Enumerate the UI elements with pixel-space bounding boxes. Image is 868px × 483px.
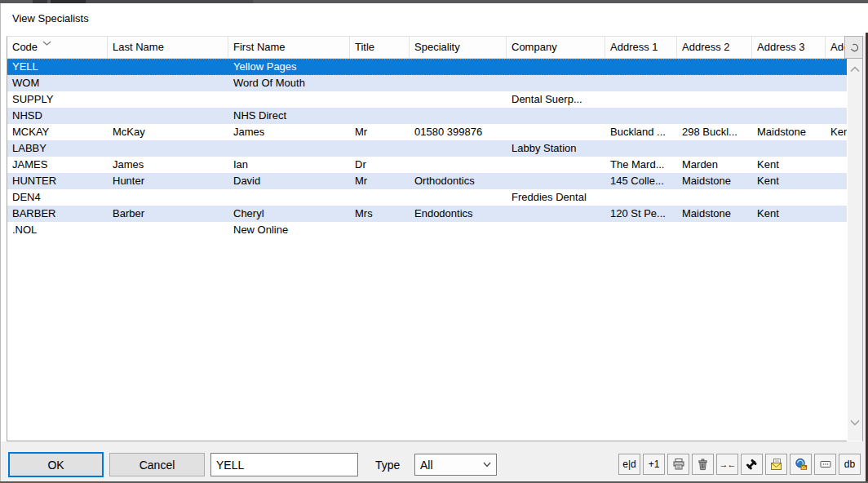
table-cell: Dental Suerp... [507, 91, 605, 108]
table-cell [507, 222, 605, 238]
ok-button[interactable]: OK [8, 452, 104, 477]
title-bar: View Specialists [1, 3, 867, 36]
table-cell: LABBY [7, 140, 108, 157]
table-cell [677, 59, 752, 75]
table-cell: David [228, 173, 350, 189]
table-cell: .NOL [7, 222, 108, 238]
table-row[interactable]: SUPPLYDental Suerp... [7, 91, 847, 108]
table-cell [350, 59, 410, 75]
record-toolbar: e|d +1 [618, 454, 861, 475]
table-cell: Hunter [108, 173, 228, 189]
table-row[interactable]: HUNTERHunterDavidMrOrthodontics145 Colle… [7, 173, 847, 189]
table-row[interactable]: WOMWord Of Mouth [7, 75, 847, 91]
code-search-input[interactable] [210, 453, 358, 476]
table-cell: MCKAY [7, 124, 108, 140]
table-cell [826, 91, 847, 108]
table-cell: Mr [350, 124, 410, 140]
table-cell [826, 108, 847, 124]
merge-button[interactable]: →← [716, 454, 738, 475]
specialists-table: Code Last Name First Name Title Speciali… [7, 36, 847, 441]
table-cell: Buckland ... [605, 124, 677, 140]
mail-button[interactable] [765, 454, 787, 475]
table-cell [752, 91, 826, 108]
table-row[interactable]: DEN4Freddies Dental [7, 189, 847, 206]
table-cell [410, 222, 507, 238]
table-cell [826, 206, 847, 222]
database-icon: db [844, 459, 855, 470]
table-cell [677, 189, 752, 206]
table-cell [605, 189, 677, 206]
card-icon [819, 458, 832, 471]
delete-button[interactable] [692, 454, 714, 475]
table-cell [507, 124, 605, 140]
print-button[interactable] [667, 454, 689, 475]
scroll-down-icon[interactable] [848, 415, 862, 429]
type-dropdown[interactable]: All [414, 454, 497, 476]
column-header-last-name[interactable]: Last Name [108, 37, 228, 58]
table-cell [826, 75, 847, 91]
table-cell: SUPPLY [7, 91, 108, 108]
vertical-scrollbar[interactable] [848, 59, 862, 441]
table-cell: YELL [7, 59, 108, 75]
table-cell [507, 173, 605, 189]
column-header-first-name[interactable]: First Name [228, 37, 350, 58]
phone-button[interactable] [741, 454, 763, 475]
scroll-up-icon[interactable] [848, 62, 862, 76]
table-cell [826, 222, 847, 238]
table-cell [605, 91, 677, 108]
label-button[interactable] [814, 454, 836, 475]
table-cell: JAMES [7, 157, 108, 173]
table-row[interactable]: YELLYellow Pages [7, 59, 847, 75]
table-cell: Kent [826, 124, 847, 140]
table-cell [108, 189, 228, 206]
table-row[interactable]: JAMESJamesIanDrThe Mard...MardenKent [7, 157, 847, 173]
table-cell [108, 108, 228, 124]
column-header-company[interactable]: Company [507, 37, 605, 58]
table-cell [108, 59, 228, 75]
table-row[interactable]: BARBERBarberCherylMrsEndodontics120 St P… [7, 206, 847, 222]
add-one-button[interactable]: +1 [643, 454, 665, 475]
table-cell [410, 91, 507, 108]
table-row[interactable]: .NOLNew Online [7, 222, 847, 238]
table-cell [410, 140, 507, 157]
table-cell: New Online [228, 222, 350, 238]
table-cell [605, 75, 677, 91]
database-button[interactable]: db [839, 454, 861, 475]
table-cell: HUNTER [7, 173, 108, 189]
table-cell: The Mard... [605, 157, 677, 173]
table-cell: Kent [752, 206, 826, 222]
type-dropdown-value: All [420, 459, 433, 472]
table-row[interactable]: NHSDNHS Direct [7, 108, 847, 124]
mail-icon [770, 458, 783, 471]
table-row[interactable]: MCKAYMcKayJamesMr01580 399876Buckland ..… [7, 124, 847, 140]
table-cell [677, 75, 752, 91]
type-label: Type [375, 459, 400, 472]
table-cell [752, 59, 826, 75]
column-header-speciality[interactable]: Speciality [410, 37, 507, 58]
table-cell [507, 206, 605, 222]
edit-record-button[interactable]: e|d [618, 454, 640, 475]
table-cell [826, 59, 847, 75]
column-options-button[interactable] [844, 36, 864, 59]
table-cell: James [108, 157, 228, 173]
table-row[interactable]: LABBYLabby Station [7, 140, 847, 157]
table-cell: Cheryl [228, 206, 350, 222]
table-cell: Yellow Pages [228, 59, 350, 75]
column-header-address-3[interactable]: Address 3 [752, 37, 826, 58]
table-cell [752, 140, 826, 157]
email-button[interactable] [790, 454, 812, 475]
column-header-address-2[interactable]: Address 2 [677, 37, 752, 58]
column-header-address-1[interactable]: Address 1 [605, 37, 677, 58]
footer-bar: OK Cancel Type All e|d +1 [1, 441, 866, 481]
table-cell: Mrs [350, 206, 410, 222]
table-cell: Freddies Dental [507, 189, 605, 206]
table-cell: Endodontics [410, 206, 507, 222]
arc-icon [849, 42, 860, 53]
column-header-title[interactable]: Title [350, 37, 410, 58]
table-cell: Kent [752, 157, 826, 173]
table-cell [752, 222, 826, 238]
table-cell: Labby Station [507, 140, 605, 157]
table-cell [677, 108, 752, 124]
column-header-code[interactable]: Code [7, 37, 108, 58]
cancel-button[interactable]: Cancel [109, 453, 205, 476]
